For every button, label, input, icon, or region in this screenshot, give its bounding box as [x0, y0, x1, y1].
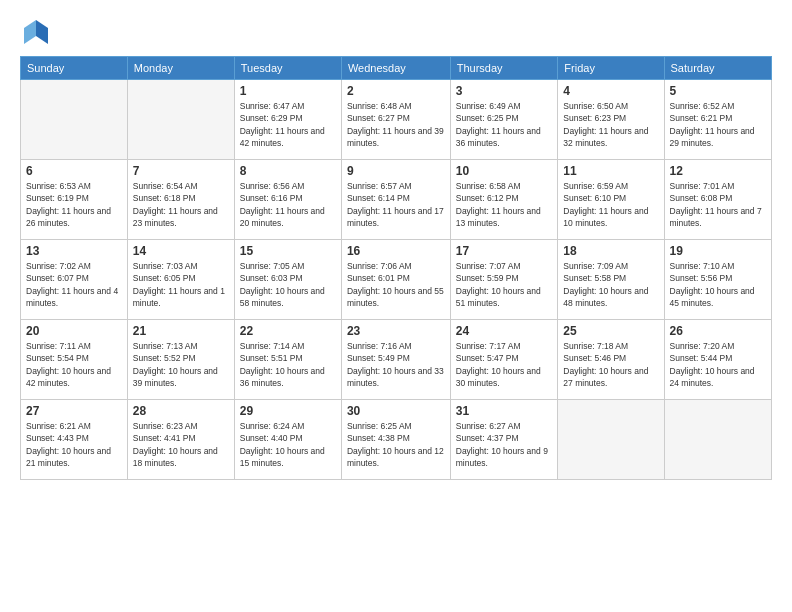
calendar-cell: 27Sunrise: 6:21 AM Sunset: 4:43 PM Dayli… [21, 400, 128, 480]
day-number: 7 [133, 164, 229, 178]
calendar-cell: 16Sunrise: 7:06 AM Sunset: 6:01 PM Dayli… [341, 240, 450, 320]
calendar-table: SundayMondayTuesdayWednesdayThursdayFrid… [20, 56, 772, 480]
day-info: Sunrise: 7:02 AM Sunset: 6:07 PM Dayligh… [26, 260, 122, 309]
calendar-cell: 28Sunrise: 6:23 AM Sunset: 4:41 PM Dayli… [127, 400, 234, 480]
calendar-cell: 30Sunrise: 6:25 AM Sunset: 4:38 PM Dayli… [341, 400, 450, 480]
day-info: Sunrise: 7:20 AM Sunset: 5:44 PM Dayligh… [670, 340, 766, 389]
day-info: Sunrise: 6:56 AM Sunset: 6:16 PM Dayligh… [240, 180, 336, 229]
calendar-cell [21, 80, 128, 160]
day-number: 15 [240, 244, 336, 258]
calendar-cell: 21Sunrise: 7:13 AM Sunset: 5:52 PM Dayli… [127, 320, 234, 400]
day-info: Sunrise: 7:10 AM Sunset: 5:56 PM Dayligh… [670, 260, 766, 309]
day-number: 17 [456, 244, 553, 258]
day-number: 21 [133, 324, 229, 338]
day-number: 28 [133, 404, 229, 418]
calendar-cell: 1Sunrise: 6:47 AM Sunset: 6:29 PM Daylig… [234, 80, 341, 160]
day-info: Sunrise: 6:53 AM Sunset: 6:19 PM Dayligh… [26, 180, 122, 229]
logo-icon [20, 16, 52, 48]
day-number: 18 [563, 244, 658, 258]
day-info: Sunrise: 6:25 AM Sunset: 4:38 PM Dayligh… [347, 420, 445, 469]
day-info: Sunrise: 7:01 AM Sunset: 6:08 PM Dayligh… [670, 180, 766, 229]
calendar-cell: 20Sunrise: 7:11 AM Sunset: 5:54 PM Dayli… [21, 320, 128, 400]
calendar-cell: 17Sunrise: 7:07 AM Sunset: 5:59 PM Dayli… [450, 240, 558, 320]
day-number: 8 [240, 164, 336, 178]
day-info: Sunrise: 7:11 AM Sunset: 5:54 PM Dayligh… [26, 340, 122, 389]
logo [20, 16, 52, 48]
page: SundayMondayTuesdayWednesdayThursdayFrid… [0, 0, 792, 612]
day-number: 30 [347, 404, 445, 418]
calendar-header-friday: Friday [558, 57, 664, 80]
day-number: 1 [240, 84, 336, 98]
day-info: Sunrise: 6:49 AM Sunset: 6:25 PM Dayligh… [456, 100, 553, 149]
day-number: 20 [26, 324, 122, 338]
day-number: 25 [563, 324, 658, 338]
calendar-cell: 29Sunrise: 6:24 AM Sunset: 4:40 PM Dayli… [234, 400, 341, 480]
calendar-header-thursday: Thursday [450, 57, 558, 80]
calendar-header-sunday: Sunday [21, 57, 128, 80]
day-number: 24 [456, 324, 553, 338]
day-number: 11 [563, 164, 658, 178]
calendar-cell: 24Sunrise: 7:17 AM Sunset: 5:47 PM Dayli… [450, 320, 558, 400]
calendar-header-saturday: Saturday [664, 57, 771, 80]
calendar-header-row: SundayMondayTuesdayWednesdayThursdayFrid… [21, 57, 772, 80]
day-number: 10 [456, 164, 553, 178]
calendar-cell: 7Sunrise: 6:54 AM Sunset: 6:18 PM Daylig… [127, 160, 234, 240]
calendar-cell: 18Sunrise: 7:09 AM Sunset: 5:58 PM Dayli… [558, 240, 664, 320]
calendar-cell: 22Sunrise: 7:14 AM Sunset: 5:51 PM Dayli… [234, 320, 341, 400]
day-info: Sunrise: 6:59 AM Sunset: 6:10 PM Dayligh… [563, 180, 658, 229]
day-number: 27 [26, 404, 122, 418]
day-info: Sunrise: 6:27 AM Sunset: 4:37 PM Dayligh… [456, 420, 553, 469]
day-info: Sunrise: 7:17 AM Sunset: 5:47 PM Dayligh… [456, 340, 553, 389]
calendar-week-5: 27Sunrise: 6:21 AM Sunset: 4:43 PM Dayli… [21, 400, 772, 480]
calendar-cell: 8Sunrise: 6:56 AM Sunset: 6:16 PM Daylig… [234, 160, 341, 240]
day-info: Sunrise: 6:54 AM Sunset: 6:18 PM Dayligh… [133, 180, 229, 229]
svg-marker-0 [36, 20, 48, 44]
day-number: 29 [240, 404, 336, 418]
day-number: 13 [26, 244, 122, 258]
day-info: Sunrise: 6:48 AM Sunset: 6:27 PM Dayligh… [347, 100, 445, 149]
calendar-header-monday: Monday [127, 57, 234, 80]
day-info: Sunrise: 6:50 AM Sunset: 6:23 PM Dayligh… [563, 100, 658, 149]
calendar-cell: 11Sunrise: 6:59 AM Sunset: 6:10 PM Dayli… [558, 160, 664, 240]
day-number: 12 [670, 164, 766, 178]
calendar-cell: 2Sunrise: 6:48 AM Sunset: 6:27 PM Daylig… [341, 80, 450, 160]
day-info: Sunrise: 7:07 AM Sunset: 5:59 PM Dayligh… [456, 260, 553, 309]
day-number: 5 [670, 84, 766, 98]
day-number: 26 [670, 324, 766, 338]
day-info: Sunrise: 6:58 AM Sunset: 6:12 PM Dayligh… [456, 180, 553, 229]
day-info: Sunrise: 7:09 AM Sunset: 5:58 PM Dayligh… [563, 260, 658, 309]
calendar-header-tuesday: Tuesday [234, 57, 341, 80]
day-number: 31 [456, 404, 553, 418]
calendar-header-wednesday: Wednesday [341, 57, 450, 80]
day-info: Sunrise: 7:14 AM Sunset: 5:51 PM Dayligh… [240, 340, 336, 389]
calendar-cell: 23Sunrise: 7:16 AM Sunset: 5:49 PM Dayli… [341, 320, 450, 400]
svg-marker-1 [24, 20, 36, 44]
day-number: 23 [347, 324, 445, 338]
calendar-week-1: 1Sunrise: 6:47 AM Sunset: 6:29 PM Daylig… [21, 80, 772, 160]
calendar-week-2: 6Sunrise: 6:53 AM Sunset: 6:19 PM Daylig… [21, 160, 772, 240]
calendar-cell: 26Sunrise: 7:20 AM Sunset: 5:44 PM Dayli… [664, 320, 771, 400]
day-info: Sunrise: 6:52 AM Sunset: 6:21 PM Dayligh… [670, 100, 766, 149]
calendar-cell: 25Sunrise: 7:18 AM Sunset: 5:46 PM Dayli… [558, 320, 664, 400]
day-info: Sunrise: 7:03 AM Sunset: 6:05 PM Dayligh… [133, 260, 229, 309]
calendar-cell: 9Sunrise: 6:57 AM Sunset: 6:14 PM Daylig… [341, 160, 450, 240]
day-number: 22 [240, 324, 336, 338]
calendar-week-4: 20Sunrise: 7:11 AM Sunset: 5:54 PM Dayli… [21, 320, 772, 400]
day-info: Sunrise: 7:13 AM Sunset: 5:52 PM Dayligh… [133, 340, 229, 389]
day-info: Sunrise: 6:57 AM Sunset: 6:14 PM Dayligh… [347, 180, 445, 229]
calendar-cell [127, 80, 234, 160]
calendar-cell: 13Sunrise: 7:02 AM Sunset: 6:07 PM Dayli… [21, 240, 128, 320]
day-info: Sunrise: 7:16 AM Sunset: 5:49 PM Dayligh… [347, 340, 445, 389]
day-info: Sunrise: 7:05 AM Sunset: 6:03 PM Dayligh… [240, 260, 336, 309]
calendar-cell: 3Sunrise: 6:49 AM Sunset: 6:25 PM Daylig… [450, 80, 558, 160]
calendar-cell: 19Sunrise: 7:10 AM Sunset: 5:56 PM Dayli… [664, 240, 771, 320]
day-info: Sunrise: 7:06 AM Sunset: 6:01 PM Dayligh… [347, 260, 445, 309]
day-info: Sunrise: 7:18 AM Sunset: 5:46 PM Dayligh… [563, 340, 658, 389]
day-number: 16 [347, 244, 445, 258]
calendar-cell: 15Sunrise: 7:05 AM Sunset: 6:03 PM Dayli… [234, 240, 341, 320]
day-number: 2 [347, 84, 445, 98]
calendar-cell: 5Sunrise: 6:52 AM Sunset: 6:21 PM Daylig… [664, 80, 771, 160]
day-number: 14 [133, 244, 229, 258]
day-info: Sunrise: 6:24 AM Sunset: 4:40 PM Dayligh… [240, 420, 336, 469]
calendar-cell: 12Sunrise: 7:01 AM Sunset: 6:08 PM Dayli… [664, 160, 771, 240]
